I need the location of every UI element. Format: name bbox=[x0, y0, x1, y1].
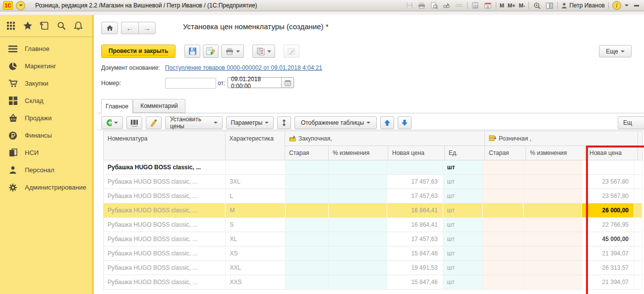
post-document-button[interactable] bbox=[203, 45, 219, 58]
cell-purch-old[interactable] bbox=[286, 275, 329, 289]
barcode-scan-button[interactable] bbox=[126, 116, 142, 129]
sidebar-item-prodazhi[interactable]: Продажи bbox=[0, 109, 92, 127]
cell-purch-old[interactable] bbox=[286, 261, 329, 275]
info-caret-icon[interactable] bbox=[625, 4, 629, 8]
zoom-icon[interactable] bbox=[532, 1, 541, 9]
memory-m-plus-button[interactable]: M+ bbox=[508, 2, 516, 8]
cell-purch-pct[interactable] bbox=[329, 232, 387, 246]
cell-name[interactable]: Рубашка HUGO BOSS classic, ... bbox=[104, 160, 226, 174]
add-link-icon[interactable] bbox=[442, 1, 451, 9]
cell-char[interactable]: XS bbox=[226, 246, 285, 260]
save-button[interactable] bbox=[184, 45, 200, 58]
cell-purch-old[interactable] bbox=[286, 203, 329, 217]
cell-retail-pct[interactable] bbox=[524, 275, 582, 289]
number-input[interactable] bbox=[165, 78, 216, 89]
sidebar-item-nsi[interactable]: НСИ bbox=[0, 144, 92, 161]
table-row[interactable]: Рубашка HUGO BOSS classic, ...XXS15 847,… bbox=[104, 275, 643, 290]
header-purchase-old[interactable]: Старая bbox=[285, 146, 329, 160]
reports-button[interactable] bbox=[252, 45, 275, 58]
cell-char[interactable]: L bbox=[226, 189, 285, 203]
cell-purch-pct[interactable] bbox=[329, 160, 387, 174]
header-group-retail[interactable]: Розничная , Старая % изменения Новая цен… bbox=[485, 131, 638, 160]
cell-purch-old[interactable] bbox=[286, 189, 329, 203]
print-button[interactable] bbox=[221, 45, 244, 58]
cell-retail-new[interactable]: 23 567,80 bbox=[582, 189, 634, 203]
notifications-bell-icon[interactable] bbox=[73, 21, 83, 31]
table-more-button[interactable]: Ещ bbox=[618, 116, 644, 129]
cell-retail-old[interactable] bbox=[483, 175, 524, 189]
table-row[interactable]: Рубашка HUGO BOSS classic, ...XXL19 491,… bbox=[104, 261, 643, 275]
cell-char[interactable] bbox=[226, 160, 285, 174]
cell-char[interactable]: S bbox=[226, 218, 285, 232]
sidebar-item-sklad[interactable]: Склад bbox=[0, 92, 92, 109]
cell-unit[interactable]: шт bbox=[443, 232, 483, 246]
date-calendar-button[interactable] bbox=[281, 78, 293, 88]
cell-purch-old[interactable] bbox=[286, 232, 329, 246]
cell-name[interactable]: Рубашка HUGO BOSS classic, ... bbox=[104, 189, 226, 203]
add-row-button[interactable] bbox=[101, 116, 123, 129]
cell-purch-pct[interactable] bbox=[329, 203, 387, 217]
cell-name[interactable]: Рубашка HUGO BOSS classic, ... bbox=[104, 232, 226, 246]
cell-purch-new[interactable]: 19 491,53 bbox=[387, 261, 443, 275]
cell-retail-pct[interactable] bbox=[524, 232, 582, 246]
forward-button[interactable]: → bbox=[138, 22, 156, 34]
cell-purch-new[interactable] bbox=[387, 160, 443, 174]
calculator-icon[interactable] bbox=[471, 1, 480, 9]
cell-retail-pct[interactable] bbox=[524, 175, 582, 189]
cell-retail-new[interactable]: 21 394,07 bbox=[582, 275, 634, 289]
cell-char[interactable]: XXL bbox=[226, 261, 285, 275]
memory-m-minus-button[interactable]: M- bbox=[519, 2, 526, 8]
header-purchase-new[interactable]: Новая цена bbox=[388, 146, 445, 160]
cell-retail-new[interactable]: 23 567,80 bbox=[582, 175, 634, 189]
favorites-star-icon[interactable] bbox=[23, 21, 33, 31]
current-user-button[interactable]: Петр Иванов bbox=[561, 2, 605, 9]
cell-retail-pct[interactable] bbox=[524, 189, 582, 203]
sidebar-item-zakupki[interactable]: Закупки bbox=[0, 75, 92, 92]
table-row[interactable]: Рубашка HUGO BOSS classic, ...S16 864,41… bbox=[104, 218, 643, 232]
back-button[interactable]: ← bbox=[121, 22, 138, 34]
header-characteristic[interactable]: Характеристика bbox=[226, 131, 285, 160]
apps-grid-icon[interactable] bbox=[6, 21, 16, 31]
cell-retail-old[interactable] bbox=[483, 232, 524, 246]
cell-unit[interactable]: шт bbox=[443, 175, 483, 189]
cell-retail-pct[interactable] bbox=[524, 261, 582, 275]
cell-purch-new[interactable]: 16 864,41 bbox=[387, 203, 443, 217]
header-retail-pct[interactable]: % изменения bbox=[526, 146, 585, 160]
set-prices-button[interactable]: Установить цены bbox=[165, 116, 223, 129]
cell-retail-new[interactable] bbox=[582, 160, 634, 174]
table-row[interactable]: Рубашка HUGO BOSS classic, ...3XL17 457,… bbox=[104, 175, 643, 189]
header-retail-old[interactable]: Старая bbox=[485, 146, 526, 160]
cell-purch-new[interactable]: 17 457,63 bbox=[387, 189, 443, 203]
sidebar-item-finansy[interactable]: Финансы bbox=[0, 127, 92, 144]
history-icon[interactable] bbox=[40, 21, 50, 31]
cell-char[interactable]: XL bbox=[226, 232, 285, 246]
header-retail-new[interactable]: Новая цена bbox=[585, 146, 638, 160]
cell-retail-pct[interactable] bbox=[524, 160, 582, 174]
fit-rows-button[interactable] bbox=[277, 116, 291, 129]
cell-name[interactable]: Рубашка HUGO BOSS classic, ... bbox=[104, 175, 226, 189]
cell-retail-old[interactable] bbox=[483, 261, 524, 275]
cell-char[interactable]: M bbox=[226, 203, 285, 217]
print-icon[interactable] bbox=[417, 1, 426, 9]
post-and-close-button[interactable]: Провести и закрыть bbox=[101, 45, 176, 58]
cell-unit[interactable]: шт bbox=[443, 218, 483, 232]
cell-name[interactable]: Рубашка HUGO BOSS classic, ... bbox=[104, 218, 226, 232]
header-group-purchase[interactable]: Закупочная, Старая % изменения Новая цен… bbox=[285, 131, 485, 160]
minimize-button[interactable] bbox=[634, 5, 639, 6]
tab-glavnoe[interactable]: Главное bbox=[101, 99, 133, 113]
cell-purch-pct[interactable] bbox=[329, 189, 387, 203]
cell-purch-new[interactable]: 17 457,63 bbox=[387, 175, 443, 189]
table-row[interactable]: Рубашка HUGO BOSS classic, ...L17 457,63… bbox=[104, 189, 643, 203]
cell-retail-old[interactable] bbox=[483, 275, 524, 289]
calendar-icon[interactable]: 31 bbox=[483, 1, 492, 9]
cell-retail-old[interactable] bbox=[483, 203, 524, 217]
cell-char[interactable]: 3XL bbox=[226, 175, 285, 189]
parameters-button[interactable]: Параметры bbox=[226, 116, 274, 129]
cell-purch-pct[interactable] bbox=[329, 218, 387, 232]
header-purchase-pct[interactable]: % изменения bbox=[329, 146, 388, 160]
edit-button[interactable] bbox=[284, 45, 299, 58]
save-icon[interactable] bbox=[405, 1, 414, 9]
header-nomenclature[interactable]: Номенклатура bbox=[103, 131, 226, 160]
cell-purch-old[interactable] bbox=[286, 160, 329, 174]
home-button[interactable] bbox=[101, 22, 118, 34]
